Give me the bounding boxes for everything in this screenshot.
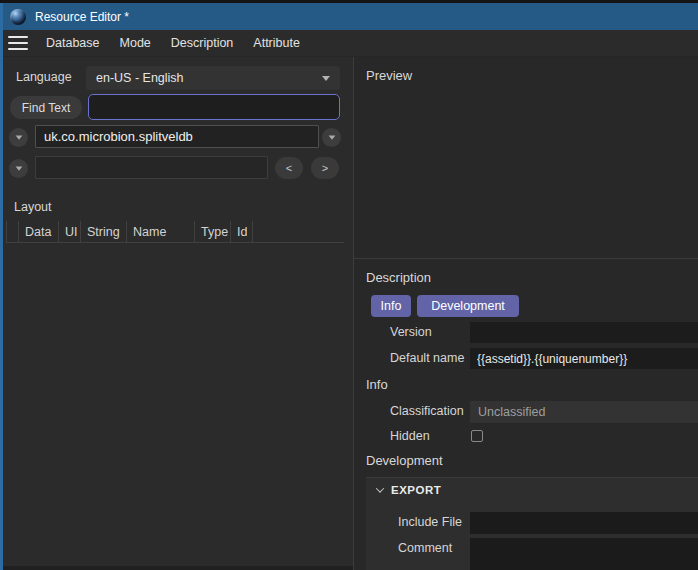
left-panel: Language en-US - English Find Text < > L…	[0, 57, 353, 570]
chevron-down-icon	[15, 166, 22, 170]
language-label: Language	[16, 70, 72, 84]
right-panel: Preview Description Info Development Ver…	[353, 57, 698, 570]
development-section-label: Development	[366, 453, 443, 468]
table-header-string[interactable]: String	[81, 221, 127, 242]
layout-table-body	[6, 244, 344, 564]
menu-item-mode[interactable]: Mode	[110, 31, 161, 55]
hidden-label: Hidden	[390, 429, 430, 443]
comment-textarea[interactable]	[470, 538, 698, 570]
menu-item-database[interactable]: Database	[36, 31, 110, 55]
resource-path-input[interactable]	[35, 125, 319, 148]
titlebar: Resource Editor *	[0, 3, 698, 30]
app-window: Resource Editor * Database Mode Descript…	[0, 0, 698, 570]
resource-path-dropdown-left-button[interactable]	[9, 128, 28, 147]
main-area: Language en-US - English Find Text < > L…	[0, 57, 698, 570]
chevron-down-icon	[376, 484, 384, 492]
language-select[interactable]: en-US - English	[86, 66, 340, 90]
table-header-cell-spacer	[7, 221, 19, 242]
menu-item-attribute[interactable]: Attribute	[243, 31, 310, 55]
language-select-value: en-US - English	[96, 71, 322, 85]
tab-info[interactable]: Info	[371, 295, 411, 317]
find-text-input[interactable]	[88, 94, 340, 120]
info-section-label: Info	[366, 377, 388, 392]
table-header-name[interactable]: Name	[127, 221, 195, 242]
table-header-ui[interactable]: UI	[59, 221, 81, 242]
default-name-label: Default name	[390, 351, 464, 365]
comment-label: Comment	[398, 541, 452, 555]
chevron-down-icon	[15, 135, 22, 139]
table-header-id[interactable]: Id	[231, 221, 253, 242]
export-group-expander[interactable]: EXPORT	[377, 484, 441, 496]
default-name-input[interactable]	[470, 348, 698, 369]
prev-button[interactable]: <	[275, 157, 303, 179]
classification-field[interactable]: Unclassified	[470, 401, 698, 423]
include-file-input[interactable]	[470, 512, 698, 534]
resource-path-dropdown-right-button[interactable]	[322, 128, 341, 147]
window-bottom-border	[0, 566, 353, 570]
layout-table-header: Data UI String Name Type Id	[6, 221, 344, 243]
nav-dropdown-button[interactable]	[9, 159, 28, 178]
window-left-border	[0, 3, 3, 570]
chevron-down-icon	[322, 76, 330, 81]
next-button[interactable]: >	[311, 157, 339, 179]
description-label: Description	[366, 270, 431, 285]
nav-input[interactable]	[35, 156, 268, 179]
table-header-cell-filler	[253, 221, 344, 242]
classification-label: Classification	[390, 404, 464, 418]
chevron-down-icon	[328, 135, 335, 139]
app-icon	[10, 9, 26, 25]
export-group-label: EXPORT	[391, 484, 441, 496]
hidden-checkbox[interactable]	[471, 430, 483, 442]
panel-divider	[354, 258, 698, 259]
tab-development[interactable]: Development	[417, 295, 519, 317]
table-header-type[interactable]: Type	[195, 221, 231, 242]
include-file-label: Include File	[398, 515, 462, 529]
preview-area	[354, 87, 698, 257]
version-input[interactable]	[470, 322, 698, 343]
window-title: Resource Editor *	[35, 10, 129, 24]
preview-label: Preview	[366, 68, 412, 83]
hamburger-menu-icon[interactable]	[8, 36, 28, 50]
version-label: Version	[390, 325, 432, 339]
menu-item-description[interactable]: Description	[161, 31, 244, 55]
layout-label: Layout	[14, 200, 52, 214]
window-top-edge	[0, 0, 698, 3]
find-text-button[interactable]: Find Text	[10, 96, 82, 119]
menubar: Database Mode Description Attribute	[0, 30, 698, 57]
table-header-data[interactable]: Data	[19, 221, 59, 242]
